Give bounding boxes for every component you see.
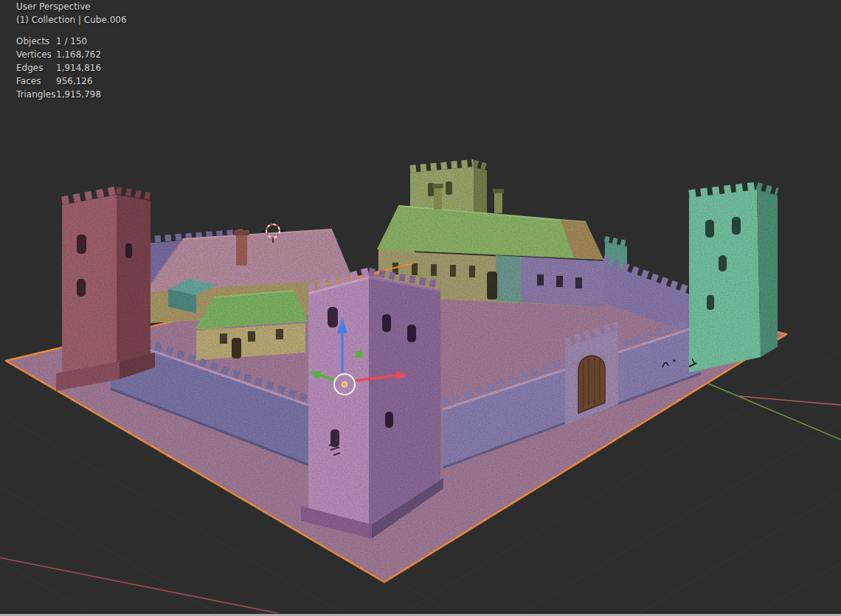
keep-tower[interactable] — [301, 271, 443, 539]
stat-row-triangles: Triangles 1,915,798 — [16, 88, 127, 101]
cottage[interactable] — [195, 291, 308, 360]
stat-label: Objects — [16, 35, 56, 48]
y-axis-line — [707, 383, 841, 440]
left-corner-tower[interactable] — [56, 190, 155, 391]
stat-value: 1,915,798 — [56, 88, 101, 101]
stat-value: 956,126 — [56, 75, 93, 88]
active-collection-breadcrumb: (1) Collection | Cube.006 — [16, 13, 127, 27]
stat-row-vertices: Vertices 1,168,762 — [16, 48, 127, 61]
scene-statistics: Objects 1 / 150 Vertices 1,168,762 Edges… — [16, 35, 127, 101]
stat-label: Triangles — [16, 88, 56, 101]
window-edge-strip — [0, 613, 841, 616]
gizmo-plane-handle[interactable] — [356, 351, 362, 358]
stat-row-faces: Faces 956,126 — [16, 75, 127, 88]
view-perspective-label: User Perspective — [16, 0, 127, 13]
gate-door — [578, 356, 605, 413]
stat-row-edges: Edges 1,914,816 — [16, 61, 127, 75]
viewport-overlay: User Perspective (1) Collection | Cube.0… — [16, 0, 127, 101]
stat-value: 1,168,762 — [56, 48, 101, 61]
stat-value: 1,914,816 — [56, 61, 101, 75]
stat-label: Faces — [16, 75, 56, 88]
object-origin-dot — [342, 382, 347, 387]
stat-label: Vertices — [16, 48, 56, 61]
stat-value: 1 / 150 — [56, 35, 87, 48]
stat-row-objects: Objects 1 / 150 — [16, 35, 127, 48]
stat-label: Edges — [16, 61, 56, 75]
blender-3d-viewport[interactable]: User Perspective (1) Collection | Cube.0… — [0, 0, 841, 616]
right-corner-tower[interactable] — [689, 186, 778, 373]
x-axis-line — [0, 558, 292, 616]
